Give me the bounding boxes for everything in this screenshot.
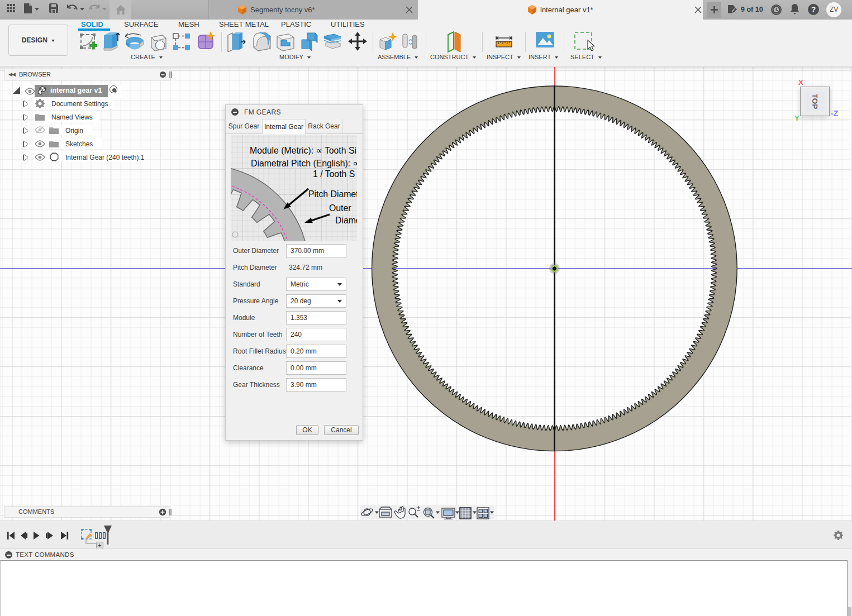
svg-text:Diametral Pitch (English): ∝: Diametral Pitch (English): ∝	[251, 159, 357, 168]
svg-text:Diamet: Diamet	[335, 216, 357, 225]
svg-text:Outer: Outer	[329, 203, 351, 213]
svg-text:1 / Tooth S: 1 / Tooth S	[313, 169, 355, 179]
svg-text:?: ?	[811, 5, 816, 14]
svg-text:Pitch Diamet: Pitch Diamet	[308, 189, 357, 199]
svg-text:Module (Metric): ∝ Tooth Si: Module (Metric): ∝ Tooth Si	[250, 146, 356, 155]
